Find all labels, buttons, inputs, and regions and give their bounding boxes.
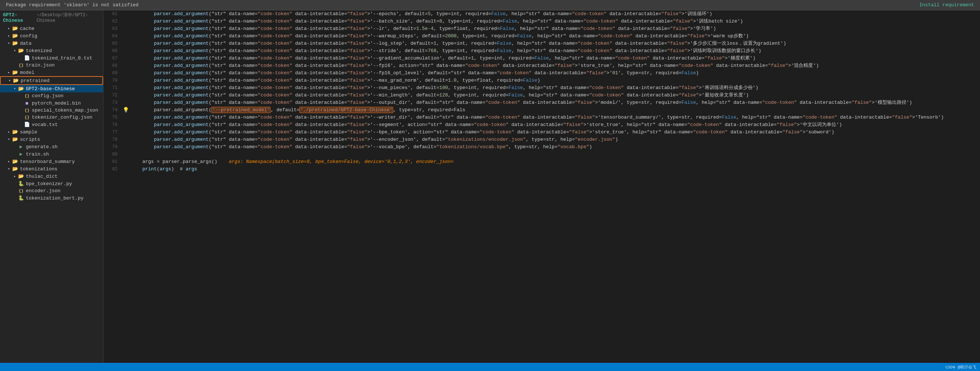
code-token: "str" <box>212 92 226 98</box>
sidebar-item-sample[interactable]: ▸📂sample <box>0 128 103 135</box>
code-token: parser <box>154 19 171 24</box>
code-token: "false" <box>347 70 368 76</box>
line-code: parser.add_argument("str" data-name="cod… <box>129 70 980 77</box>
sidebar-item-scripts[interactable]: ▾📂scripts <box>0 135 103 143</box>
code-content[interactable]: 61 parser.add_argument("str" data-name="… <box>103 10 980 363</box>
sidebar-item-tokenized[interactable]: ▾📂tokenized <box>0 47 103 54</box>
code-token: "str" <box>419 63 433 68</box>
code-token: "false" <box>563 122 584 127</box>
code-token: "false" <box>678 92 699 98</box>
sidebar-item-bpe_tokenizer.py[interactable]: 🐍bpe_tokenizer.py <box>0 180 103 187</box>
code-token: "false" <box>347 63 368 68</box>
code-token: "code-token" <box>589 92 624 98</box>
code-token: "false" <box>347 33 368 39</box>
code-token: add_argument <box>174 122 209 127</box>
code-token: "str" <box>756 115 771 120</box>
file-json-icon: {} <box>24 115 30 120</box>
code-row: 62 parser.add_argument("str" data-name="… <box>103 18 980 25</box>
code-token: "false" <box>347 115 368 120</box>
tree-arrow-icon: ▸ <box>6 70 12 75</box>
code-token: "false" <box>347 48 368 54</box>
lightbulb-icon[interactable]: 💡 <box>123 107 129 114</box>
install-requirement-link[interactable]: Install requirement <box>920 2 974 8</box>
code-token: "str" <box>212 85 226 91</box>
code-token: 1.5e-4 <box>416 26 433 32</box>
sidebar-item-train.json[interactable]: {}train.json <box>0 62 103 69</box>
sidebar-item-data[interactable]: ▾📂data <box>0 40 103 47</box>
sidebar-item-tokenizations[interactable]: ▾📂tokenizations <box>0 165 103 173</box>
code-token: parser <box>154 63 171 68</box>
sidebar-item-config.json[interactable]: {}config.json <box>0 92 103 99</box>
code-token: "false" <box>673 19 693 24</box>
code-token: "false" <box>347 144 368 150</box>
line-code: parser.add_argument("str" data-name="cod… <box>129 47 980 55</box>
sidebar-item-tensorboard_summary[interactable]: ▸📂tensorboard_summary <box>0 158 103 165</box>
code-token: False <box>509 85 523 91</box>
code-token: parser <box>154 137 171 142</box>
code-token: "code-token" <box>485 100 520 105</box>
code-token: False <box>509 92 523 98</box>
line-number: 81 <box>103 158 122 166</box>
sidebar-item-tokenizer_config.json[interactable]: {}tokenizer_config.json <box>0 114 103 121</box>
tree-arrow-icon: ▾ <box>6 41 12 45</box>
tree-item-label: train.json <box>26 62 55 68</box>
sidebar-item-special_tokens_map.json[interactable]: {}special_tokens_map.json <box>0 107 103 114</box>
code-token: "str" <box>647 129 662 135</box>
code-token: print <box>142 166 157 172</box>
code-token: add_argument <box>174 144 209 150</box>
tree-item-label: data <box>20 41 32 46</box>
line-code: parser.add_argument("str" data-name="cod… <box>129 84 980 92</box>
sidebar-item-pytorch_model.bin[interactable]: ◼pytorch_model.bin <box>0 99 103 107</box>
sidebar-item-train.sh[interactable]: ▶train.sh <box>0 150 103 158</box>
sidebar-item-tokenization_bert.py[interactable]: 🐍tokenization_bert.py <box>0 194 103 202</box>
sidebar-item-config[interactable]: ▸📂config <box>0 32 103 40</box>
sidebar-item-thulac_dict[interactable]: ▸📂thulac_dict <box>0 173 103 180</box>
code-token: "false" <box>892 115 912 120</box>
sidebar-item-model[interactable]: ▸📂model <box>0 69 103 76</box>
code-token: "code-token" <box>803 115 837 120</box>
code-row: 81 args = parser.parse_args() args: Name… <box>103 158 980 166</box>
code-token: add_argument <box>174 33 209 39</box>
code-token: , type=str, required=Fals <box>393 107 465 113</box>
code-token: "code-token" <box>589 85 624 91</box>
code-token: "code-token" <box>615 56 650 61</box>
sidebar: GPT2-Chinese ~/Desktop/清华/GPT2-Chinese ▸… <box>0 10 103 363</box>
code-token: "false" <box>347 129 368 135</box>
folder-icon: 📂 <box>12 159 19 164</box>
sidebar-item-pretrained[interactable]: ▾📂pretrained <box>0 76 103 85</box>
code-token: "str" <box>212 56 226 61</box>
code-token: False <box>535 56 549 61</box>
code-token: "false" <box>852 100 872 105</box>
sidebar-item-vocab.txt[interactable]: 📄vocab.txt <box>0 121 103 128</box>
tree-arrow-icon: ▾ <box>12 86 18 91</box>
project-header: GPT2-Chinese ~/Desktop/清华/GPT2-Chinese <box>0 10 103 25</box>
code-token: "code-token" <box>687 122 722 127</box>
code-token: parser <box>154 100 171 105</box>
code-token: "false" <box>782 129 803 135</box>
code-token: False <box>500 26 514 32</box>
code-token: args: Namespace(batch_size=8, bpe_token=… <box>229 159 454 164</box>
code-token: "code-token" <box>258 70 292 76</box>
bottom-bar: CSDN @晓仔会飞 <box>0 363 980 371</box>
line-code: parser.add_argument("str" data-name="cod… <box>129 114 980 121</box>
sidebar-item-tokenized_train_0.txt[interactable]: 📄tokenized_train_0.txt <box>0 54 103 62</box>
code-token: "code-token" <box>258 48 292 54</box>
folder-icon: 📂 <box>12 166 19 172</box>
sidebar-item-cache[interactable]: ▸📂cache <box>0 25 103 32</box>
sidebar-item-GPT2-base-Chinese[interactable]: ▾📂GPT2-base-Chinese <box>0 85 103 92</box>
code-token: parser <box>154 78 171 83</box>
code-token: "str" <box>212 122 226 127</box>
code-token: "str" <box>543 85 558 91</box>
sidebar-item-generate.sh[interactable]: ▶generate.sh <box>0 143 103 150</box>
code-token: "str" <box>212 11 226 17</box>
folder-icon: 📂 <box>18 48 24 54</box>
code-token: "false" <box>347 78 368 83</box>
sidebar-item-encoder.json[interactable]: {}encoder.json <box>0 187 103 194</box>
code-token: "code-token" <box>258 92 292 98</box>
line-number: 67 <box>103 55 122 62</box>
tree-item-label: tokenized_train_0.txt <box>32 56 92 61</box>
code-token: "code-token" <box>258 19 292 24</box>
code-token: "str" <box>641 122 655 127</box>
line-number: 74 <box>103 107 122 114</box>
line-code: parser.add_argument("str" data-name="cod… <box>129 40 980 47</box>
